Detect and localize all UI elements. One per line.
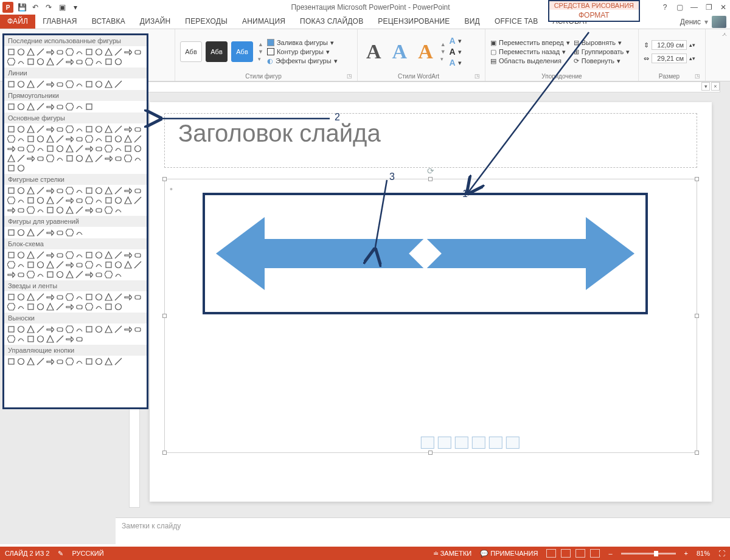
tab-slideshow[interactable]: ПОКАЗ СЛАЙДОВ: [293, 15, 370, 29]
shape-option[interactable]: [7, 47, 16, 57]
sorter-view-icon[interactable]: [561, 549, 571, 558]
shape-option[interactable]: [123, 292, 133, 302]
shape-option[interactable]: [133, 196, 142, 205]
shape-option[interactable]: [133, 325, 142, 334]
shape-option[interactable]: [26, 357, 35, 366]
shape-option[interactable]: [16, 270, 26, 279]
reading-view-icon[interactable]: [575, 549, 585, 558]
shape-option[interactable]: [46, 125, 55, 134]
shape-option[interactable]: [94, 260, 103, 269]
shape-option[interactable]: [75, 334, 84, 344]
shape-option[interactable]: [114, 186, 123, 195]
shape-option[interactable]: [16, 228, 26, 237]
shape-option[interactable]: [36, 302, 45, 311]
shape-option[interactable]: [55, 47, 64, 57]
shape-option[interactable]: [133, 47, 142, 57]
shape-option[interactable]: [133, 186, 142, 195]
shape-option[interactable]: [65, 154, 74, 163]
shape-option[interactable]: [104, 292, 113, 302]
gallery-more-icon[interactable]: ▾: [258, 56, 263, 62]
zoom-slider[interactable]: [621, 553, 676, 555]
dialog-launcher-icon[interactable]: ◳: [695, 73, 700, 79]
content-placeholder-icons[interactable]: [421, 437, 520, 449]
shape-option[interactable]: [65, 228, 74, 237]
shape-option[interactable]: [75, 186, 84, 195]
shape-option[interactable]: [133, 134, 142, 143]
shape-option[interactable]: [16, 302, 26, 311]
shape-option[interactable]: [36, 196, 45, 205]
gallery-down-icon[interactable]: ▼: [258, 49, 263, 55]
shape-option[interactable]: [75, 325, 84, 334]
shape-option[interactable]: [55, 260, 64, 269]
shape-option[interactable]: [114, 206, 123, 215]
shape-option[interactable]: [123, 260, 133, 269]
shape-option[interactable]: [123, 144, 133, 153]
shape-option[interactable]: [36, 206, 45, 215]
shape-option[interactable]: [55, 270, 64, 279]
shape-option[interactable]: [104, 125, 113, 134]
shape-option[interactable]: [7, 125, 16, 134]
shape-option[interactable]: [94, 357, 103, 366]
tab-design[interactable]: ДИЗАЙН: [133, 15, 178, 29]
shape-option[interactable]: [36, 260, 45, 269]
insert-smartart-icon[interactable]: [455, 437, 468, 449]
content-placeholder[interactable]: ⟳ •: [164, 179, 697, 453]
shape-option[interactable]: [114, 134, 123, 143]
shape-option[interactable]: [16, 57, 26, 66]
shape-option[interactable]: [85, 292, 94, 302]
ruler-close-icon[interactable]: ×: [711, 82, 720, 91]
tab-transitions[interactable]: ПЕРЕХОДЫ: [178, 15, 235, 29]
shape-option[interactable]: [55, 154, 64, 163]
shape-option[interactable]: [7, 325, 16, 334]
shape-option[interactable]: [7, 292, 16, 302]
shape-option[interactable]: [36, 270, 45, 279]
shape-option[interactable]: [65, 102, 74, 111]
shape-option[interactable]: [36, 134, 45, 143]
shape-option[interactable]: [36, 102, 45, 111]
shape-option[interactable]: [36, 228, 45, 237]
shape-option[interactable]: [114, 125, 123, 134]
shape-option[interactable]: [36, 325, 45, 334]
shape-option[interactable]: [46, 206, 55, 215]
shape-option[interactable]: [26, 302, 35, 311]
shape-option[interactable]: [133, 260, 142, 269]
qat-menu-icon[interactable]: ▾: [71, 2, 80, 12]
language-indicator[interactable]: РУССКИЙ: [72, 550, 103, 557]
restore-icon[interactable]: ❐: [704, 3, 713, 12]
shape-option[interactable]: [7, 206, 16, 215]
start-slideshow-icon[interactable]: ▣: [57, 2, 67, 12]
shape-option[interactable]: [26, 206, 35, 215]
tab-home[interactable]: ГЛАВНАЯ: [35, 15, 84, 29]
shape-option[interactable]: [75, 228, 84, 237]
shape-option[interactable]: [75, 125, 84, 134]
shape-option[interactable]: [16, 80, 26, 89]
shape-option[interactable]: [46, 270, 55, 279]
text-effects-button[interactable]: A ▾: [450, 58, 462, 67]
fit-to-window-icon[interactable]: ⛶: [718, 550, 725, 557]
shape-option[interactable]: [26, 57, 35, 66]
wordart-preset-3[interactable]: A: [414, 40, 437, 63]
style-preset-1[interactable]: Абв: [180, 41, 202, 62]
shape-option[interactable]: [65, 144, 74, 153]
dialog-launcher-icon[interactable]: ◳: [347, 73, 352, 79]
shape-option[interactable]: [16, 260, 26, 269]
shape-option[interactable]: [55, 134, 64, 143]
zoom-in-icon[interactable]: +: [684, 550, 688, 557]
shape-option[interactable]: [7, 357, 16, 366]
shape-option[interactable]: [123, 134, 133, 143]
shape-option[interactable]: [85, 357, 94, 366]
shape-option[interactable]: [36, 251, 45, 260]
tab-animation[interactable]: АНИМАЦИЯ: [235, 15, 293, 29]
gallery-more-icon[interactable]: ▾: [440, 56, 446, 62]
comments-toggle[interactable]: 💬 ПРИМЕЧАНИЯ: [480, 550, 538, 558]
shape-option[interactable]: [104, 206, 113, 215]
shape-option[interactable]: [65, 292, 74, 302]
shape-option[interactable]: [26, 270, 35, 279]
shape-option[interactable]: [26, 47, 35, 57]
shape-option[interactable]: [85, 57, 94, 66]
shape-option[interactable]: [94, 154, 103, 163]
shape-option[interactable]: [65, 357, 74, 366]
shape-option[interactable]: [94, 196, 103, 205]
shape-option[interactable]: [65, 134, 74, 143]
shape-option[interactable]: [114, 47, 123, 57]
